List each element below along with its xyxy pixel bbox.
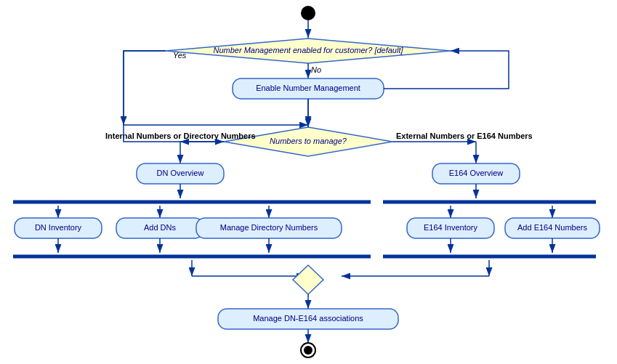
- end-inner: [304, 346, 312, 355]
- external-numbers-label: External Numbers or E164 Numbers: [396, 132, 533, 140]
- enable-box-label: Enable Number Management: [256, 84, 360, 92]
- merge-diamond: [293, 265, 323, 294]
- dn-inventory-label: DN Inventory: [35, 223, 82, 232]
- manage-dn-e164-label: Manage DN-E164 associations: [253, 314, 363, 323]
- decision1-label: Number Management enabled for customer? …: [213, 46, 403, 54]
- e164-overview-label: E164 Overview: [449, 169, 504, 177]
- e164-inventory-label: E164 Inventory: [424, 223, 477, 232]
- no-label: No: [311, 65, 321, 74]
- manage-directory-numbers-label: Manage Directory Numbers: [220, 223, 318, 232]
- start-node: [301, 6, 315, 20]
- yes-label: Yes: [173, 51, 187, 60]
- dn-overview-label: DN Overview: [157, 169, 204, 177]
- add-dns-label: Add DNs: [144, 223, 177, 232]
- add-e164-label: Add E164 Numbers: [517, 223, 587, 232]
- internal-numbers-label: Internal Numbers or Directory Numbers: [105, 132, 256, 140]
- decision2-label: Numbers to manage?: [270, 137, 347, 145]
